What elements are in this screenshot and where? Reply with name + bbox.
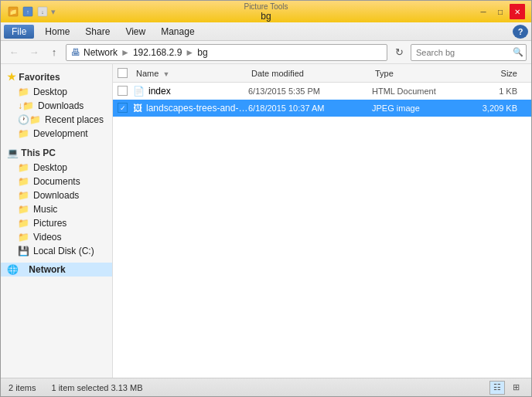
title-bar-icons: 📁 ↑ ↓ ▾ [7,5,56,18]
sidebar-item-documents[interactable]: 📁 Documents [1,175,112,188]
col-header-date[interactable]: Date modified [248,69,372,78]
downloads-label: Downloads [33,190,79,201]
checkbox-1[interactable] [118,86,128,96]
sidebar-item-videos[interactable]: 📁 Videos [1,230,112,244]
documents-label: Documents [33,176,80,187]
file-name-2: landscapes-trees-and-rivers-wallpaper [146,103,248,114]
close-button[interactable]: ✕ [510,4,525,19]
thispc-section: 💻 This PC 📁 Desktop 📁 Documents 📁 Downlo… [1,145,112,258]
pictures-label: Pictures [33,218,66,229]
thispc-header[interactable]: 💻 This PC [1,145,112,161]
col-header-name[interactable]: Name ▼ [133,69,248,78]
file-icon-2: 🖼 [133,103,142,114]
col-header-type[interactable]: Type [372,69,465,78]
network-label: Network [29,264,65,275]
back-button[interactable]: ← [5,44,22,61]
sidebar: ★ Favorites 📁 Desktop ↓📁 Downloads 🕐📁 Re… [1,64,113,378]
sidebar-item-desktop[interactable]: 📁 Desktop [1,161,112,175]
col-header-size[interactable]: Size [465,69,527,78]
file-list: Name ▼ Date modified Type Size [113,64,531,378]
sidebar-item-development[interactable]: 📁 Development [1,127,112,141]
file-checkbox-1[interactable] [118,86,133,96]
sidebar-item-music[interactable]: 📁 Music [1,202,112,216]
menu-share[interactable]: Share [77,25,118,39]
path-sep-2: ► [185,47,194,58]
menu-manage[interactable]: Manage [153,25,202,39]
file-checkbox-2[interactable]: ✓ [118,103,133,113]
forward-button[interactable]: → [26,44,43,61]
menu-bar: File Home Share View Manage ? [1,22,531,41]
checkbox-2[interactable]: ✓ [118,103,128,113]
address-bar: ← → ↑ 🖶 Network ► 192.168.2.9 ► bg ↻ 🔍 [1,41,531,64]
search-icon[interactable]: 🔍 [513,47,523,57]
address-path[interactable]: 🖶 Network ► 192.168.2.9 ► bg [66,44,387,61]
recent-icon: 🕐📁 [18,114,41,125]
details-view-button[interactable]: ☷ [489,381,505,395]
window: 📁 ↑ ↓ ▾ Picture Tools bg ─ □ ✕ File Home… [0,0,532,397]
item-count: 2 items [9,383,36,392]
up-button[interactable]: ↑ [46,44,63,61]
sidebar-item-recent[interactable]: 🕐📁 Recent places [1,113,112,127]
help-button[interactable]: ? [513,25,528,39]
localdisk-label: Local Disk (C:) [33,246,94,256]
sidebar-item-pictures[interactable]: 📁 Pictures [1,216,112,230]
col-type-label: Type [375,69,394,78]
col-size-label: Size [501,69,517,78]
file-name-cell-2: 🖼 landscapes-trees-and-rivers-wallpaper [133,103,248,114]
menu-view[interactable]: View [118,25,153,39]
sidebar-item-downloads[interactable]: 📁 Downloads [1,188,112,202]
path-ip: 192.168.2.9 [133,47,182,58]
file-icon-1: 📄 [133,86,145,97]
search-wrapper: 🔍 [411,44,527,61]
header-checkbox[interactable] [118,68,133,78]
documents-icon: 📁 [18,176,29,187]
maximize-button[interactable]: □ [493,4,508,19]
file-type-1: HTML Document [372,87,465,96]
network-section: 🌐 Network [1,263,112,277]
disk-icon: 💾 [18,246,29,256]
menu-file[interactable]: File [4,25,34,39]
table-row[interactable]: 📄 index 6/13/2015 5:35 PM HTML Document … [113,83,531,100]
sidebar-item-desktop-fav[interactable]: 📁 Desktop [1,85,112,99]
downloads-icon: 📁 [18,190,29,201]
computer-icon: 💻 [7,148,19,158]
sort-arrow-name: ▼ [162,70,169,78]
desktop-icon: 📁 [18,162,29,173]
file-date-2: 6/18/2015 10:37 AM [248,103,372,113]
file-size-2: 3,209 KB [465,103,527,113]
recent-label: Recent places [45,114,104,125]
minimize-button[interactable]: ─ [476,4,491,19]
window-controls: ─ □ ✕ [476,4,525,19]
pictures-icon: 📁 [18,218,29,229]
window-title: bg [261,11,271,22]
large-icons-view-button[interactable]: ⊞ [508,381,523,395]
svg-text:↑: ↑ [26,9,29,15]
videos-icon: 📁 [18,232,29,243]
qat-dropdown[interactable]: ▾ [51,7,56,17]
file-type-2: JPEG image [372,103,465,113]
sidebar-item-downloads-fav[interactable]: ↓📁 Downloads [1,99,112,113]
title-bar: 📁 ↑ ↓ ▾ Picture Tools bg ─ □ ✕ [1,1,531,22]
favorites-header[interactable]: ★ Favorites [1,69,112,85]
network-header[interactable]: 🌐 Network [1,263,112,277]
file-name-cell-1: 📄 index [133,86,248,97]
svg-text:📁: 📁 [9,8,17,15]
refresh-button[interactable]: ↻ [390,44,408,61]
favorites-section: ★ Favorites 📁 Desktop ↓📁 Downloads 🕐📁 Re… [1,69,112,141]
favorites-label: Favorites [19,72,60,83]
file-date-1: 6/13/2015 5:35 PM [248,87,372,96]
music-label: Music [33,204,57,215]
videos-label: Videos [33,232,61,243]
search-input[interactable] [411,44,527,61]
desktop-fav-label: Desktop [33,87,67,97]
col-date-label: Date modified [251,69,304,78]
downloads-fav-icon: ↓📁 [18,100,34,111]
qat-icon-3: ↓ [36,5,49,18]
select-all-checkbox[interactable] [118,68,128,78]
table-row[interactable]: ✓ 🖼 landscapes-trees-and-rivers-wallpape… [113,100,531,117]
qat-icon-1: 📁 [7,5,19,18]
menu-home[interactable]: Home [37,25,77,39]
sidebar-item-localdisk[interactable]: 💾 Local Disk (C:) [1,244,112,258]
network-icon: 🌐 [7,264,19,275]
downloads-fav-label: Downloads [38,100,84,111]
